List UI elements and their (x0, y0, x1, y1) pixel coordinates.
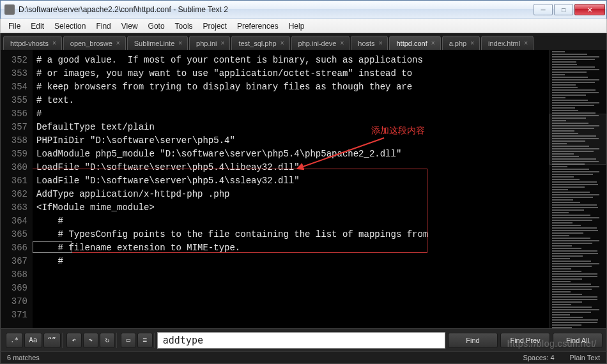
window-title: D:\software\server\apache2.2\conf\httpd.… (19, 5, 534, 14)
find-back-button[interactable]: ↶ (66, 333, 82, 348)
status-syntax[interactable]: Plain Text (570, 354, 601, 361)
find-all-button[interactable]: Find All (553, 333, 603, 348)
tab-strip: httpd-vhosts×open_broswe×SublimeLinte×ph… (0, 33, 607, 50)
line-number-gutter: 3523533543553563573583593603613623633643… (1, 50, 33, 328)
code-line[interactable]: # or images, you may want to use "applic… (36, 67, 549, 80)
tab-label: index.html (488, 40, 520, 47)
window-titlebar: D:\software\server\apache2.2\conf\httpd.… (0, 0, 607, 19)
menu-item-tools[interactable]: Tools (170, 20, 198, 32)
find-button[interactable]: Find (448, 333, 498, 348)
find-input[interactable] (157, 332, 445, 349)
find-fwd-button[interactable]: ↷ (83, 333, 98, 348)
code-line[interactable]: DefaultType text/plain (36, 121, 549, 134)
find-regex-toggle[interactable]: .* (6, 333, 23, 348)
code-line[interactable]: # (36, 255, 549, 268)
code-line[interactable]: # keep browsers from trying to display b… (36, 80, 549, 94)
find-wholeword-toggle[interactable]: “” (43, 333, 61, 348)
tab-close-icon[interactable]: × (340, 40, 344, 47)
menu-item-file[interactable]: File (3, 20, 26, 32)
tab-label: a.php (449, 40, 467, 47)
menubar: FileEditSelectionFindViewGotoToolsProjec… (0, 19, 607, 33)
tab-label: SublimeLinte (134, 40, 175, 47)
code-line[interactable]: LoadModule php5_module "D:\software\serv… (36, 148, 549, 161)
menu-item-edit[interactable]: Edit (26, 20, 49, 32)
tab-close-icon[interactable]: × (470, 40, 474, 47)
status-indent[interactable]: Spaces: 4 (523, 354, 555, 361)
tab-label: open_broswe (70, 40, 112, 47)
status-matches: 6 matches (7, 354, 40, 361)
find-prev-button[interactable]: Find Prev (500, 333, 550, 348)
tab-close-icon[interactable]: × (52, 40, 56, 47)
find-bar: .* Aa “” ↶ ↷ ↻ ▭ ≡ Find Find Prev Find A… (0, 328, 607, 351)
tab-close-icon[interactable]: × (431, 40, 435, 47)
menu-item-project[interactable]: Project (198, 20, 232, 32)
editor-area[interactable]: 3523533543553563573583593603613623633643… (0, 50, 607, 328)
tab-httpd-conf[interactable]: httpd.conf× (389, 36, 440, 50)
tab-close-icon[interactable]: × (178, 40, 182, 47)
code-line[interactable]: # (36, 107, 549, 121)
tab-open-broswe[interactable]: open_broswe× (63, 36, 126, 50)
tab-php-ini-deve[interactable]: php.ini-deve× (291, 36, 350, 50)
tab-sublimelinte[interactable]: SublimeLinte× (127, 36, 188, 50)
find-wrap-toggle[interactable]: ↻ (100, 333, 115, 348)
window-maximize-button[interactable]: □ (554, 4, 573, 15)
tab-label: test_sql.php (238, 40, 276, 47)
menu-item-preferences[interactable]: Preferences (232, 20, 284, 32)
tab-index-html[interactable]: index.html× (481, 36, 534, 50)
menu-item-selection[interactable]: Selection (49, 20, 91, 32)
menu-item-help[interactable]: Help (284, 20, 310, 32)
menu-item-find[interactable]: Find (91, 20, 116, 32)
tab-close-icon[interactable]: × (379, 40, 383, 47)
tab-a-php[interactable]: a.php× (442, 36, 480, 50)
window-minimize-button[interactable]: ─ (534, 4, 553, 15)
tab-test-sql-php[interactable]: test_sql.php× (231, 36, 289, 50)
window-close-button[interactable]: ✕ (574, 4, 605, 15)
tab-close-icon[interactable]: × (280, 40, 284, 47)
tab-close-icon[interactable]: × (524, 40, 528, 47)
code-editor[interactable]: 添加这段内容 # a good value. If most of your c… (33, 50, 549, 328)
tab-label: httpd.conf (396, 40, 427, 47)
find-highlight-toggle[interactable]: ≡ (137, 333, 153, 348)
tab-label: php.ini (196, 40, 217, 47)
tab-httpd-vhosts[interactable]: httpd-vhosts× (3, 36, 62, 50)
selection-box-addtype (33, 241, 72, 253)
menu-item-view[interactable]: View (116, 20, 143, 32)
tab-hosts[interactable]: hosts× (351, 36, 388, 50)
find-in-selection-toggle[interactable]: ▭ (121, 333, 136, 348)
app-icon (4, 4, 15, 15)
tab-label: httpd-vhosts (10, 40, 49, 47)
minimap[interactable] (549, 50, 606, 328)
tab-close-icon[interactable]: × (116, 40, 120, 47)
annotation-highlight-box (33, 169, 427, 253)
tab-label: hosts (358, 40, 374, 47)
tab-close-icon[interactable]: × (221, 40, 225, 47)
minimap-viewport[interactable] (549, 114, 606, 165)
code-line[interactable]: # a good value. If most of your content … (36, 54, 549, 67)
statusbar: 6 matches Spaces: 4 Plain Text (0, 351, 607, 364)
code-line[interactable]: PHPIniDir "D:\software\server\php5.4" (36, 134, 549, 148)
code-line[interactable]: # text. (36, 94, 549, 107)
menu-item-goto[interactable]: Goto (143, 20, 170, 32)
tab-label: php.ini-deve (298, 40, 337, 47)
find-case-toggle[interactable]: Aa (24, 333, 42, 348)
tab-php-ini[interactable]: php.ini× (189, 36, 230, 50)
